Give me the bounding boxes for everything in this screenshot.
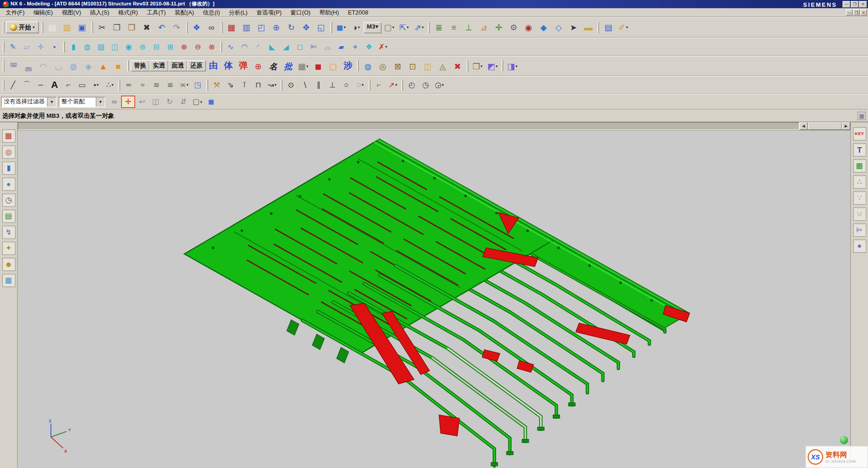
sketch-icon[interactable]: ✎ [6, 41, 20, 53]
dropdown-caret[interactable]: ▾ [375, 23, 378, 30]
bridge-curve-icon[interactable]: ≈ [136, 79, 150, 91]
boss-icon[interactable]: ⊚ [136, 41, 150, 53]
undo-icon[interactable]: ↶ [154, 20, 169, 35]
menu-item-information[interactable]: 信息(I) [199, 9, 224, 17]
point-marker-icon[interactable]: •▾ [89, 79, 103, 91]
rotate-view-icon[interactable]: ↻ [284, 20, 299, 35]
render-style-icon[interactable]: ◑▾ [348, 20, 363, 35]
import-cube-icon[interactable]: ⊡ [405, 58, 420, 73]
command-finder-icon[interactable]: ❖ [189, 20, 204, 35]
dropdown-caret[interactable]: ▾ [407, 25, 409, 29]
toolbar-grip[interactable] [220, 41, 222, 52]
menu-item-insert[interactable]: 插入(S) [86, 9, 114, 17]
snap-diamond-icon[interactable]: ◆ [536, 20, 551, 35]
toolbar-grip[interactable] [598, 22, 600, 33]
menu-item-view[interactable]: 视图(V) [57, 9, 85, 17]
perpendicular-constraint-icon[interactable]: ⊥ [326, 79, 340, 91]
part-navigator-icon[interactable]: ▮ [2, 162, 15, 175]
prompt-grid-icon[interactable]: ▦ [858, 111, 866, 120]
zoom-window-icon[interactable]: ◰ [254, 20, 269, 35]
move-object-icon[interactable]: ⇗▾ [411, 20, 426, 35]
menu-item-file[interactable]: 文件(F) [1, 9, 29, 17]
profile-icon[interactable]: ⌐ [61, 79, 75, 91]
purple-ball-icon[interactable]: ● [853, 240, 866, 253]
datum-plane-icon[interactable]: ▱ [20, 41, 34, 53]
system-materials-icon[interactable]: ▤ [2, 210, 15, 223]
assembly-navigator-icon[interactable]: ▦ [2, 130, 15, 143]
dropdown-caret[interactable]: ▾ [392, 25, 394, 29]
start-button[interactable]: 开始 ▾ [6, 22, 38, 34]
toolbar-grip[interactable] [206, 79, 208, 90]
corner-red-icon[interactable]: ⌐ [372, 79, 386, 91]
dropdown-caret[interactable]: ▾ [344, 25, 346, 29]
delete-face-icon[interactable]: ✗▾ [376, 41, 390, 53]
marquee-select-icon[interactable]: ▢▾ [190, 96, 205, 108]
fit-view-icon[interactable]: ◱ [314, 20, 329, 35]
datum-clock2-icon[interactable]: ◷ [419, 79, 433, 91]
show-hide-icon[interactable]: ⇱▾ [396, 20, 411, 35]
cut-icon[interactable]: ✂ [94, 20, 109, 35]
maximize-button[interactable]: ❐ [851, 1, 858, 8]
adjust-wrench-icon[interactable]: ⚒ [210, 79, 224, 91]
subtract-icon[interactable]: ⊖ [191, 41, 205, 53]
manufacturing-wizard-icon[interactable]: ✦ [2, 242, 15, 255]
toolbar-grip[interactable] [281, 79, 283, 90]
toolbar-grip[interactable] [91, 22, 93, 33]
hole-icon[interactable]: ◉ [122, 41, 136, 53]
dropdown-caret[interactable]: ▾ [626, 25, 628, 29]
toolbar-grip[interactable] [369, 79, 371, 90]
swept-icon[interactable]: ∿ [224, 41, 238, 53]
toolbar-grip[interactable] [41, 22, 43, 33]
measure-ruler-icon[interactable]: ▬ [581, 20, 596, 35]
template-tab-icon[interactable]: T [853, 143, 866, 156]
shaded-cube-icon[interactable]: ◼ [204, 96, 218, 108]
unite-icon[interactable]: ⊕ [177, 41, 191, 53]
visual-effects-icon[interactable]: ◩▾ [485, 58, 500, 73]
cleanup-icon[interactable]: ✖ [450, 58, 465, 73]
find-gear-icon[interactable]: ⚙ [506, 20, 521, 35]
3d-viewport[interactable]: Z Y X [18, 130, 850, 468]
delete-icon[interactable]: ✖ [139, 20, 154, 35]
extract-curve-icon[interactable]: ◳ [191, 79, 205, 91]
dropdown-caret[interactable]: ▾ [361, 83, 363, 87]
cylinder-icon[interactable]: ◫ [108, 41, 122, 53]
wcs-dynamics-icon[interactable]: ⊿ [476, 20, 491, 35]
close-button[interactable]: ✕ [859, 1, 867, 8]
dropdown-caret[interactable]: ▾ [200, 100, 202, 104]
replace-button[interactable]: 替换 [131, 60, 150, 71]
she-char-button[interactable]: 涉 [341, 58, 356, 73]
dropdown-caret[interactable]: ▾ [496, 64, 497, 68]
menu-item-et2008[interactable]: ET2008 [343, 9, 372, 17]
layout-window-icon[interactable]: ▥ [239, 20, 254, 35]
dropdown-caret[interactable]: ▾ [112, 83, 113, 87]
red-cube-icon[interactable]: ◼ [311, 58, 326, 73]
molecule-icon[interactable]: ∵ [853, 192, 866, 205]
palettes-icon[interactable]: ▩ [2, 274, 15, 287]
datum-clock3-icon[interactable]: ◶▾ [432, 79, 446, 91]
history-icon[interactable]: ◷ [2, 193, 15, 207]
dropdown-caret[interactable]: ▾ [395, 83, 397, 87]
dropdown-caret[interactable]: ▾ [385, 45, 387, 49]
arrow-red-icon[interactable]: ↗▾ [386, 79, 400, 91]
maximize-button[interactable]: ❐ [853, 10, 860, 15]
scroll-left-button[interactable]: ◀ [800, 122, 808, 130]
green-board-icon[interactable]: ▦ [853, 159, 866, 173]
circle-icon[interactable]: ○ [339, 79, 353, 91]
target-red-icon[interactable]: ⊕ [251, 58, 266, 73]
title-bar[interactable]: NX 6 - Modeling - [ATD 6644 (M100117) St… [0, 0, 868, 8]
shaded-box-icon[interactable]: ◫ [149, 96, 163, 108]
toolbar-grip[interactable] [186, 22, 188, 33]
family-part-icon[interactable]: ◬ [435, 58, 450, 73]
orange-cube-icon[interactable]: ▢ [326, 58, 341, 73]
cup-icon[interactable]: ∪ [853, 207, 866, 221]
block-icon[interactable]: ▧ [94, 41, 108, 53]
copy-icon[interactable]: ❐ [109, 20, 124, 35]
intersection-curve-icon[interactable]: ⊺ [238, 79, 252, 91]
toolbar-grip[interactable] [3, 22, 5, 33]
point-set-icon[interactable]: ∴▾ [103, 79, 117, 91]
studio-surface-icon[interactable]: ◈ [81, 58, 96, 73]
reflection-analysis-icon[interactable]: ◠ [36, 58, 51, 73]
sketch-line-icon[interactable]: ∖ [298, 79, 312, 91]
dropdown-caret[interactable]: ▾ [306, 64, 308, 68]
dropdown-caret[interactable]: ▾ [516, 64, 517, 68]
